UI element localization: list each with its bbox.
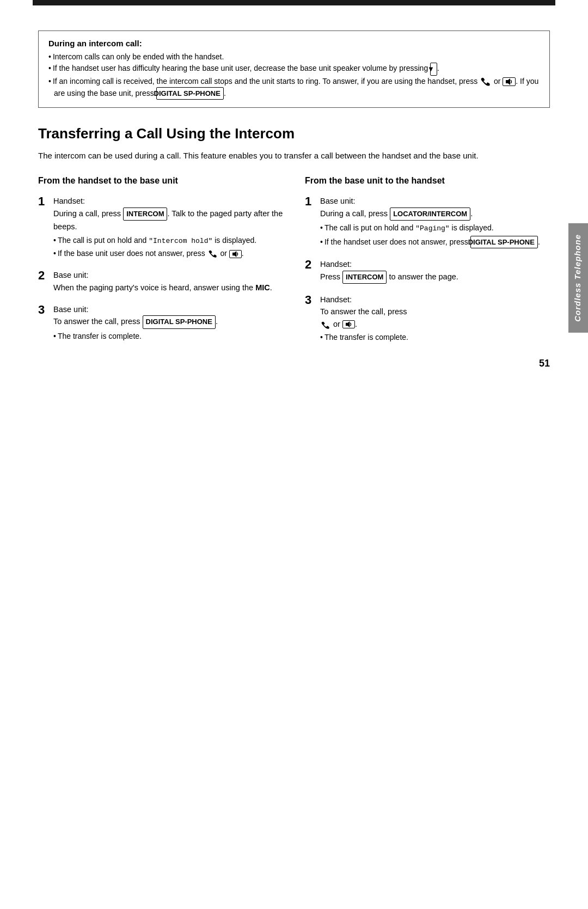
step-right-2-label: Handset: [320,260,352,269]
page-content: During an intercom call: Intercom calls … [0,5,588,386]
step-left-2: 2 Base unit: When the paging party's voi… [38,269,283,294]
step-right-1-bullet-1: The call is put on hold and "Paging" is … [320,222,550,234]
step-right-1-bullet-2: If the handset user does not answer, pre… [320,236,550,249]
speaker-icon-l1 [229,250,242,258]
step-right-3-label: Handset: [320,295,352,304]
step-left-1: 1 Handset: During a call, press INTERCOM… [38,195,283,259]
vol-down-button: ▼ [430,63,437,76]
section-intro: The intercom can be used during a call. … [38,150,550,162]
or-text-1: or [494,77,503,86]
step-right-3-bullet: The transfer is complete. [320,332,550,343]
notice-bullet-3: If an incoming call is received, the int… [48,76,540,100]
or-text-l1: or [220,249,229,258]
step-left-2-content: Base unit: When the paging party's voice… [53,269,283,294]
intercom-btn-r2: INTERCOM [342,271,387,284]
digital-sp-phone-l3: DIGITAL SP-PHONE [143,315,216,328]
step-left-1-bullet-1: The call is put on hold and "Intercom ho… [53,235,283,247]
step-right-1-content: Base unit: During a call, press LOCATOR/… [320,195,550,248]
step-left-3-bullet: The transfer is complete. [53,331,283,342]
step-left-3-label: Base unit: [53,305,89,314]
step-left-1-num: 1 [38,195,48,208]
intercom-btn-l1: INTERCOM [123,208,167,221]
notice-box: During an intercom call: Intercom calls … [38,30,550,108]
step-right-1: 1 Base unit: During a call, press LOCATO… [305,195,550,248]
digital-sp-phone-btn-notice: DIGITAL SP-PHONE [156,87,224,100]
step-right-2-content: Handset: Press INTERCOM to answer the pa… [320,258,550,284]
step-right-1-label: Base unit: [320,197,356,205]
step-right-1-num: 1 [305,195,315,208]
or-text-r3: or [333,320,342,328]
col-right: From the base unit to the handset 1 Base… [305,175,550,353]
step-right-2-num: 2 [305,258,315,271]
step-right-3-num: 3 [305,294,315,307]
step-left-2-num: 2 [38,269,48,282]
step-left-3-content: Base unit: To answer the call, press DIG… [53,303,283,342]
svg-marker-2 [346,321,350,327]
step-left-3: 3 Base unit: To answer the call, press D… [38,303,283,342]
step-left-3-num: 3 [38,303,48,316]
step-right-3-content: Handset: To answer the call, press or . … [320,294,550,343]
handset-icon-r3 [320,321,331,329]
two-col-container: From the handset to the base unit 1 Hand… [38,175,550,353]
section-title: Transferring a Call Using the Intercom [38,125,550,142]
step-left-2-label: Base unit: [53,271,89,279]
col-left: From the handset to the base unit 1 Hand… [38,175,283,352]
col-right-title: From the base unit to the handset [305,175,550,187]
notice-title: During an intercom call: [48,39,540,48]
step-left-1-bullet-2: If the base unit user does not answer, p… [53,248,283,259]
locator-intercom-btn: LOCATOR/INTERCOM [390,208,470,221]
handset-icon-l1 [207,250,218,258]
digital-sp-phone-r1: DIGITAL SP-PHONE [470,236,538,249]
step-right-3: 3 Handset: To answer the call, press or … [305,294,550,343]
svg-marker-1 [232,251,236,257]
notice-bullet-1: Intercom calls can only be ended with th… [48,51,540,63]
speaker-icon-btn [503,77,516,86]
col-left-title: From the handset to the base unit [38,175,283,187]
top-bar [33,0,555,5]
notice-bullet-2: If the handset user has difficulty heari… [48,63,540,76]
step-left-1-label: Handset: [53,197,85,205]
speaker-icon-r3 [342,320,355,328]
svg-marker-0 [506,78,510,85]
page-number: 51 [539,358,550,369]
handset-icon-1 [480,77,492,86]
step-left-1-content: Handset: During a call, press INTERCOM. … [53,195,283,259]
side-tab: Cordless Telephone [568,223,588,333]
step-right-2: 2 Handset: Press INTERCOM to answer the … [305,258,550,284]
